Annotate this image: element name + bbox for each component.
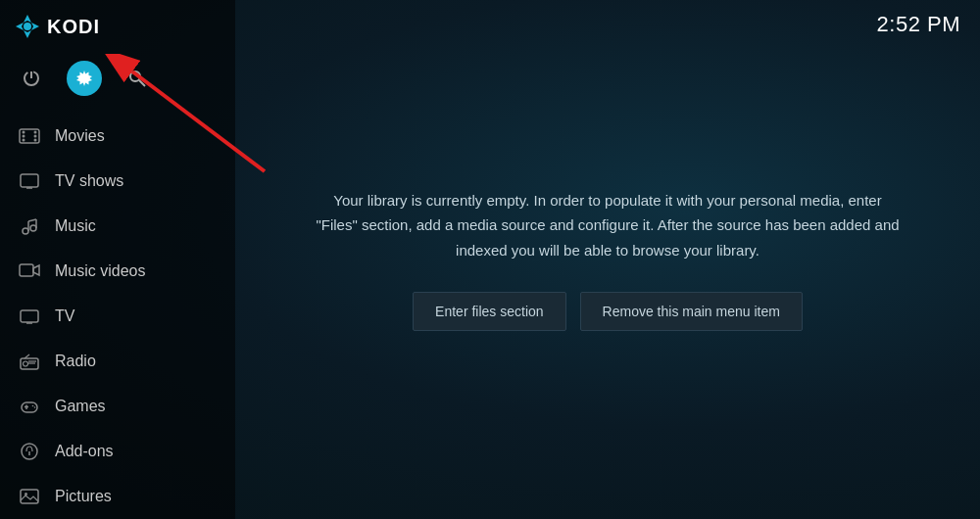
- sidebar-item-movies[interactable]: Movies: [0, 114, 235, 159]
- sidebar-item-add-ons[interactable]: Add-ons: [0, 429, 235, 474]
- svg-point-34: [34, 406, 36, 408]
- svg-point-26: [24, 361, 28, 366]
- svg-point-33: [32, 405, 34, 407]
- nav-menu: Movies TV shows Music Music videos TV: [0, 110, 235, 519]
- pictures-icon: [18, 485, 41, 508]
- pictures-label: Pictures: [55, 488, 112, 505]
- svg-rect-21: [20, 264, 33, 276]
- music-label: Music: [55, 217, 96, 235]
- music-icon: [18, 214, 41, 238]
- empty-library-message: Your library is currently empty. In orde…: [314, 188, 902, 263]
- kodi-title: KODI: [47, 16, 100, 38]
- sidebar-header: KODI: [0, 0, 235, 53]
- power-icon: [22, 69, 41, 88]
- svg-point-7: [23, 131, 25, 134]
- svg-line-5: [139, 80, 145, 86]
- svg-rect-23: [21, 310, 38, 322]
- svg-marker-22: [33, 265, 39, 275]
- kodi-logo: KODI: [14, 13, 100, 40]
- svg-rect-13: [21, 174, 38, 187]
- settings-button[interactable]: [67, 61, 102, 96]
- svg-point-8: [23, 135, 25, 138]
- sidebar-item-music[interactable]: Music: [0, 204, 235, 249]
- tv-label: TV: [55, 307, 74, 325]
- svg-point-20: [30, 225, 36, 231]
- sidebar-item-games[interactable]: Games: [0, 384, 235, 429]
- music-videos-label: Music videos: [55, 262, 145, 280]
- add-ons-icon: [18, 440, 41, 463]
- svg-line-18: [28, 219, 36, 221]
- search-button[interactable]: [120, 61, 155, 96]
- svg-rect-37: [21, 490, 38, 503]
- games-label: Games: [55, 398, 106, 415]
- tv-shows-label: TV shows: [55, 172, 123, 190]
- settings-icon: [74, 69, 94, 88]
- sidebar-item-tv-shows[interactable]: TV shows: [0, 159, 235, 204]
- kodi-logo-icon: [14, 13, 41, 40]
- power-button[interactable]: [14, 61, 49, 96]
- svg-point-16: [23, 228, 28, 234]
- remove-menu-item-button[interactable]: Remove this main menu item: [580, 292, 803, 331]
- tv-shows-icon: [18, 169, 41, 193]
- sidebar-item-tv[interactable]: TV: [0, 294, 235, 339]
- svg-point-10: [34, 131, 37, 134]
- radio-label: Radio: [55, 353, 96, 370]
- sidebar-item-pictures[interactable]: Pictures: [0, 474, 235, 519]
- svg-point-9: [23, 139, 25, 142]
- svg-point-38: [24, 493, 27, 495]
- sidebar-item-music-videos[interactable]: Music videos: [0, 249, 235, 294]
- sidebar-item-radio[interactable]: Radio: [0, 339, 235, 384]
- add-ons-label: Add-ons: [55, 443, 114, 460]
- music-videos-icon: [18, 260, 41, 283]
- svg-point-0: [24, 23, 31, 30]
- movies-icon: [18, 124, 41, 148]
- enter-files-button[interactable]: Enter files section: [413, 292, 566, 331]
- action-buttons-group: Enter files section Remove this main men…: [413, 292, 803, 331]
- svg-point-12: [34, 139, 37, 142]
- svg-point-11: [34, 135, 37, 138]
- tv-icon: [18, 305, 41, 328]
- search-icon: [127, 69, 147, 88]
- sidebar: KODI: [0, 0, 235, 519]
- svg-point-4: [130, 71, 140, 81]
- games-icon: [18, 395, 41, 418]
- sidebar-controls: [0, 53, 235, 110]
- main-content-area: Your library is currently empty. In orde…: [235, 0, 980, 519]
- clock-display: 2:52 PM: [877, 12, 960, 37]
- movies-label: Movies: [55, 127, 105, 145]
- radio-icon: [18, 350, 41, 373]
